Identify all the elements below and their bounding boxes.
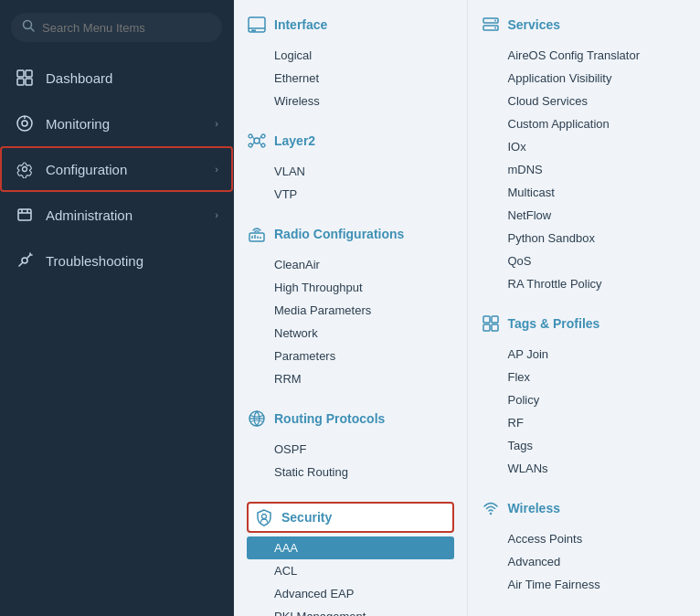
svg-point-19 <box>261 134 265 138</box>
menu-item-media-parameters[interactable]: Media Parameters <box>247 299 454 322</box>
sidebar-item-label: Monitoring <box>46 116 110 132</box>
svg-point-18 <box>249 134 252 138</box>
layer2-title: Layer2 <box>274 133 315 148</box>
sidebar-item-label: Troubleshooting <box>46 253 143 269</box>
sidebar-item-label: Configuration <box>46 162 127 177</box>
tags-section-header: Tags & Profiles <box>481 313 688 334</box>
svg-point-9 <box>23 167 27 172</box>
sidebar-item-troubleshooting[interactable]: Troubleshooting <box>0 238 233 283</box>
menu-item-static-routing[interactable]: Static Routing <box>247 461 454 483</box>
interface-section-header: Interface <box>247 15 454 35</box>
svg-point-36 <box>494 20 496 22</box>
menu-item-wireless[interactable]: Wireless <box>247 90 454 112</box>
configuration-icon <box>15 159 35 179</box>
menu-item-aireos[interactable]: AireOS Config Translator <box>481 44 688 67</box>
search-input[interactable] <box>42 21 211 35</box>
menu-item-wlans[interactable]: WLANs <box>481 457 688 480</box>
menu-item-python-sandbox[interactable]: Python Sandbox <box>481 227 688 250</box>
svg-line-23 <box>260 136 262 140</box>
routing-title: Routing Protocols <box>274 411 385 426</box>
menu-item-vtp[interactable]: VTP <box>247 183 454 206</box>
menu-item-high-throughput[interactable]: High Throughput <box>247 276 454 299</box>
menu-item-advanced[interactable]: Advanced <box>481 550 688 573</box>
svg-line-24 <box>252 143 255 146</box>
chevron-right-icon: › <box>215 209 218 220</box>
menu-item-custom-application[interactable]: Custom Application <box>481 112 688 135</box>
wireless-icon <box>481 498 501 518</box>
interface-title: Interface <box>274 17 327 32</box>
column-1: Interface Logical Ethernet Wireless <box>234 0 467 616</box>
menu-item-qos[interactable]: QoS <box>481 250 688 272</box>
routing-icon <box>247 409 267 429</box>
svg-point-17 <box>254 138 260 143</box>
sidebar: Dashboard Monitoring › Configuration › <box>0 0 234 616</box>
menu-item-netflow[interactable]: NetFlow <box>481 204 688 227</box>
menu-item-ap-join[interactable]: AP Join <box>481 343 688 366</box>
tags-title: Tags & Profiles <box>508 316 600 331</box>
menu-item-parameters[interactable]: Parameters <box>247 345 454 367</box>
menu-item-cloud-services[interactable]: Cloud Services <box>481 90 688 112</box>
security-icon <box>254 507 274 527</box>
radio-title: Radio Configurations <box>274 227 404 241</box>
svg-rect-14 <box>249 17 265 32</box>
svg-rect-39 <box>492 316 498 323</box>
column-2: Services AireOS Config Translator Applic… <box>467 0 701 616</box>
svg-rect-3 <box>26 70 32 77</box>
menu-item-mdns[interactable]: mDNS <box>481 158 688 181</box>
tags-icon <box>481 313 501 334</box>
sidebar-item-configuration[interactable]: Configuration › <box>0 146 233 192</box>
radio-icon <box>247 224 267 244</box>
menu-item-air-time-fairness[interactable]: Air Time Fairness <box>481 573 688 596</box>
security-title: Security <box>281 510 332 525</box>
menu-item-iox[interactable]: IOx <box>481 135 688 158</box>
menu-item-acl[interactable]: ACL <box>247 559 454 582</box>
svg-point-37 <box>494 27 496 29</box>
svg-rect-38 <box>483 316 490 323</box>
wireless-section-header: Wireless <box>481 498 688 518</box>
svg-line-25 <box>260 143 262 146</box>
menu-item-flex[interactable]: Flex <box>481 366 688 388</box>
menu-item-multicast[interactable]: Multicast <box>481 181 688 204</box>
svg-rect-2 <box>17 70 24 77</box>
menu-item-network[interactable]: Network <box>247 322 454 345</box>
menu-item-pki-management[interactable]: PKI Management <box>247 605 454 616</box>
services-title: Services <box>508 17 561 32</box>
svg-line-22 <box>252 136 255 140</box>
sidebar-item-monitoring[interactable]: Monitoring › <box>0 101 233 146</box>
svg-point-21 <box>261 143 265 147</box>
svg-rect-10 <box>18 209 31 220</box>
sidebar-item-label: Administration <box>46 207 133 223</box>
sidebar-item-label: Dashboard <box>46 70 112 86</box>
administration-icon <box>15 205 35 225</box>
svg-point-42 <box>489 513 491 515</box>
sidebar-item-administration[interactable]: Administration › <box>0 192 233 238</box>
menu-item-ethernet[interactable]: Ethernet <box>247 67 454 90</box>
menu-item-cleanair[interactable]: CleanAir <box>247 253 454 276</box>
services-icon <box>481 15 501 35</box>
svg-point-33 <box>262 515 267 519</box>
menu-item-tags[interactable]: Tags <box>481 434 688 457</box>
dashboard-icon <box>15 68 35 88</box>
menu-item-access-points[interactable]: Access Points <box>481 527 688 550</box>
menu-item-ra-throttle[interactable]: RA Throttle Policy <box>481 272 688 295</box>
menu-item-app-visibility[interactable]: Application Visibility <box>481 67 688 90</box>
svg-point-7 <box>22 121 27 126</box>
menu-item-rf[interactable]: RF <box>481 411 688 434</box>
menu-item-rrm[interactable]: RRM <box>247 367 454 390</box>
monitoring-icon <box>15 113 35 133</box>
troubleshooting-icon <box>15 250 35 271</box>
menu-item-policy[interactable]: Policy <box>481 388 688 411</box>
main-content: Interface Logical Ethernet Wireless <box>234 0 700 616</box>
routing-section-header: Routing Protocols <box>247 409 454 429</box>
menu-item-vlan[interactable]: VLAN <box>247 160 454 183</box>
search-bar[interactable] <box>11 13 222 42</box>
menu-item-ospf[interactable]: OSPF <box>247 438 454 461</box>
menu-item-aaa[interactable]: AAA <box>247 536 454 559</box>
menu-item-logical[interactable]: Logical <box>247 44 454 67</box>
svg-rect-5 <box>26 79 32 85</box>
svg-line-1 <box>31 28 35 32</box>
svg-rect-4 <box>17 79 24 85</box>
menu-item-advanced-eap[interactable]: Advanced EAP <box>247 582 454 605</box>
sidebar-item-dashboard[interactable]: Dashboard <box>0 55 233 101</box>
chevron-right-icon: › <box>215 118 218 129</box>
